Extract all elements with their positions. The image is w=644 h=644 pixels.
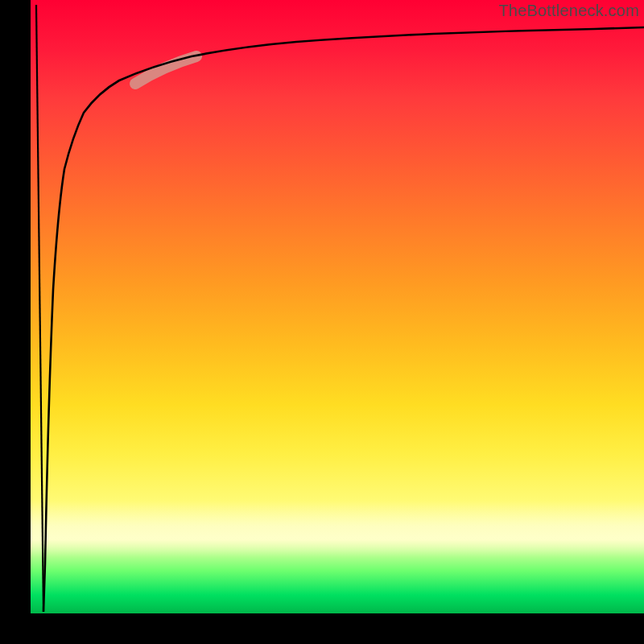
frame-bottom xyxy=(0,613,644,644)
curve-layer xyxy=(31,0,644,613)
bottleneck-curve xyxy=(43,27,644,612)
root: TheBottleneck.com xyxy=(0,0,644,644)
frame-left xyxy=(0,0,31,644)
watermark-label: TheBottleneck.com xyxy=(498,2,639,20)
initial-spike xyxy=(36,5,43,612)
plot-area xyxy=(31,0,644,613)
